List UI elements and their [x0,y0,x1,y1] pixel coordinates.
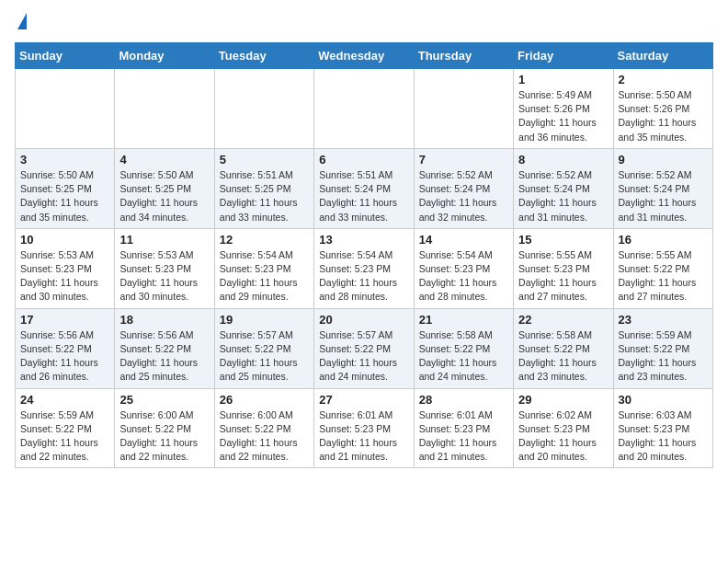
day-info: Sunrise: 5:50 AM Sunset: 5:25 PM Dayligh… [20,168,109,224]
calendar-day-cell: 27Sunrise: 6:01 AM Sunset: 5:23 PM Dayli… [314,388,414,468]
day-info: Sunrise: 5:52 AM Sunset: 5:24 PM Dayligh… [518,168,608,224]
day-info: Sunrise: 6:00 AM Sunset: 5:22 PM Dayligh… [119,408,209,465]
day-number: 26 [220,393,309,407]
day-number: 8 [518,153,608,167]
day-info: Sunrise: 5:54 AM Sunset: 5:23 PM Dayligh… [419,248,508,304]
day-number: 7 [419,153,508,167]
weekday-header-cell: Sunday [16,43,115,69]
day-number: 21 [419,313,508,327]
day-number: 28 [419,393,508,407]
day-number: 25 [119,393,209,407]
day-info: Sunrise: 6:03 AM Sunset: 5:23 PM Dayligh… [619,408,708,465]
day-info: Sunrise: 5:59 AM Sunset: 5:22 PM Dayligh… [20,408,109,465]
day-info: Sunrise: 5:54 AM Sunset: 5:23 PM Dayligh… [319,248,408,304]
calendar-week-row: 3Sunrise: 5:50 AM Sunset: 5:25 PM Daylig… [16,148,713,228]
day-number: 20 [319,313,408,327]
day-info: Sunrise: 5:49 AM Sunset: 5:26 PM Dayligh… [518,88,608,144]
day-number: 30 [619,393,708,407]
day-info: Sunrise: 5:51 AM Sunset: 5:25 PM Dayligh… [220,168,309,224]
weekday-header-row: SundayMondayTuesdayWednesdayThursdayFrid… [16,43,713,69]
calendar-day-cell: 3Sunrise: 5:50 AM Sunset: 5:25 PM Daylig… [16,148,115,228]
calendar-day-cell: 26Sunrise: 6:00 AM Sunset: 5:22 PM Dayli… [214,388,313,468]
calendar-day-cell: 7Sunrise: 5:52 AM Sunset: 5:24 PM Daylig… [414,148,513,228]
calendar-day-cell: 20Sunrise: 5:57 AM Sunset: 5:22 PM Dayli… [314,308,414,388]
calendar-body: 1Sunrise: 5:49 AM Sunset: 5:26 PM Daylig… [16,69,713,468]
day-info: Sunrise: 5:55 AM Sunset: 5:23 PM Dayligh… [518,248,608,304]
weekday-header-cell: Monday [115,43,214,69]
day-number: 17 [20,313,109,327]
weekday-header-cell: Friday [514,43,613,69]
calendar-day-cell [414,69,513,149]
calendar-day-cell: 24Sunrise: 5:59 AM Sunset: 5:22 PM Dayli… [16,388,115,468]
calendar-day-cell: 10Sunrise: 5:53 AM Sunset: 5:23 PM Dayli… [16,228,115,308]
day-info: Sunrise: 5:56 AM Sunset: 5:22 PM Dayligh… [119,328,209,385]
calendar-day-cell: 12Sunrise: 5:54 AM Sunset: 5:23 PM Dayli… [214,228,313,308]
weekday-header-cell: Tuesday [214,43,313,69]
calendar-day-cell: 13Sunrise: 5:54 AM Sunset: 5:23 PM Dayli… [314,228,414,308]
calendar-day-cell: 19Sunrise: 5:57 AM Sunset: 5:22 PM Dayli… [214,308,313,388]
calendar-day-cell: 9Sunrise: 5:52 AM Sunset: 5:24 PM Daylig… [613,148,712,228]
calendar-day-cell [16,69,115,149]
calendar-day-cell [314,69,414,149]
calendar-day-cell: 8Sunrise: 5:52 AM Sunset: 5:24 PM Daylig… [514,148,613,228]
calendar-day-cell: 28Sunrise: 6:01 AM Sunset: 5:23 PM Dayli… [414,388,513,468]
calendar-day-cell [214,69,313,149]
calendar-day-cell: 25Sunrise: 6:00 AM Sunset: 5:22 PM Dayli… [115,388,214,468]
day-number: 27 [319,393,408,407]
day-info: Sunrise: 5:53 AM Sunset: 5:23 PM Dayligh… [20,248,109,304]
calendar-week-row: 17Sunrise: 5:56 AM Sunset: 5:22 PM Dayli… [16,308,713,388]
day-info: Sunrise: 5:52 AM Sunset: 5:24 PM Dayligh… [419,168,508,224]
calendar-day-cell: 11Sunrise: 5:53 AM Sunset: 5:23 PM Dayli… [115,228,214,308]
day-number: 6 [319,153,408,167]
calendar-day-cell: 30Sunrise: 6:03 AM Sunset: 5:23 PM Dayli… [613,388,712,468]
calendar-day-cell: 23Sunrise: 5:59 AM Sunset: 5:22 PM Dayli… [613,308,712,388]
day-number: 3 [20,153,109,167]
calendar-day-cell: 1Sunrise: 5:49 AM Sunset: 5:26 PM Daylig… [514,69,613,149]
weekday-header-cell: Saturday [613,43,712,69]
day-info: Sunrise: 6:01 AM Sunset: 5:23 PM Dayligh… [419,408,508,465]
day-info: Sunrise: 5:52 AM Sunset: 5:24 PM Dayligh… [619,168,708,224]
calendar-day-cell: 18Sunrise: 5:56 AM Sunset: 5:22 PM Dayli… [115,308,214,388]
day-number: 29 [518,393,608,407]
day-number: 13 [319,233,408,247]
day-info: Sunrise: 5:57 AM Sunset: 5:22 PM Dayligh… [220,328,309,385]
day-number: 24 [20,393,109,407]
day-info: Sunrise: 5:51 AM Sunset: 5:24 PM Dayligh… [319,168,408,224]
day-info: Sunrise: 5:50 AM Sunset: 5:25 PM Dayligh… [119,168,209,224]
day-number: 1 [518,73,608,86]
logo [15,15,27,31]
logo-icon [17,13,27,29]
calendar-day-cell: 4Sunrise: 5:50 AM Sunset: 5:25 PM Daylig… [115,148,214,228]
page-header [15,15,713,31]
day-info: Sunrise: 6:01 AM Sunset: 5:23 PM Dayligh… [319,408,408,465]
calendar-day-cell: 6Sunrise: 5:51 AM Sunset: 5:24 PM Daylig… [314,148,414,228]
calendar-day-cell: 29Sunrise: 6:02 AM Sunset: 5:23 PM Dayli… [514,388,613,468]
day-number: 16 [619,233,708,247]
day-number: 19 [220,313,309,327]
day-info: Sunrise: 5:55 AM Sunset: 5:22 PM Dayligh… [619,248,708,304]
calendar-day-cell: 5Sunrise: 5:51 AM Sunset: 5:25 PM Daylig… [214,148,313,228]
weekday-header-cell: Wednesday [314,43,414,69]
day-number: 2 [619,73,708,86]
day-info: Sunrise: 5:54 AM Sunset: 5:23 PM Dayligh… [220,248,309,304]
day-info: Sunrise: 5:59 AM Sunset: 5:22 PM Dayligh… [619,328,708,385]
day-info: Sunrise: 5:58 AM Sunset: 5:22 PM Dayligh… [419,328,508,385]
day-info: Sunrise: 5:53 AM Sunset: 5:23 PM Dayligh… [119,248,209,304]
calendar-day-cell: 16Sunrise: 5:55 AM Sunset: 5:22 PM Dayli… [613,228,712,308]
calendar-day-cell: 17Sunrise: 5:56 AM Sunset: 5:22 PM Dayli… [16,308,115,388]
calendar-day-cell [115,69,214,149]
day-number: 18 [119,313,209,327]
day-number: 23 [619,313,708,327]
calendar-week-row: 10Sunrise: 5:53 AM Sunset: 5:23 PM Dayli… [16,228,713,308]
day-info: Sunrise: 5:57 AM Sunset: 5:22 PM Dayligh… [319,328,408,385]
day-number: 4 [119,153,209,167]
calendar-day-cell: 2Sunrise: 5:50 AM Sunset: 5:26 PM Daylig… [613,69,712,149]
day-number: 5 [220,153,309,167]
day-number: 9 [619,153,708,167]
calendar-day-cell: 14Sunrise: 5:54 AM Sunset: 5:23 PM Dayli… [414,228,513,308]
day-number: 11 [119,233,209,247]
calendar-day-cell: 15Sunrise: 5:55 AM Sunset: 5:23 PM Dayli… [514,228,613,308]
day-number: 22 [518,313,608,327]
calendar-week-row: 24Sunrise: 5:59 AM Sunset: 5:22 PM Dayli… [16,388,713,468]
day-number: 10 [20,233,109,247]
